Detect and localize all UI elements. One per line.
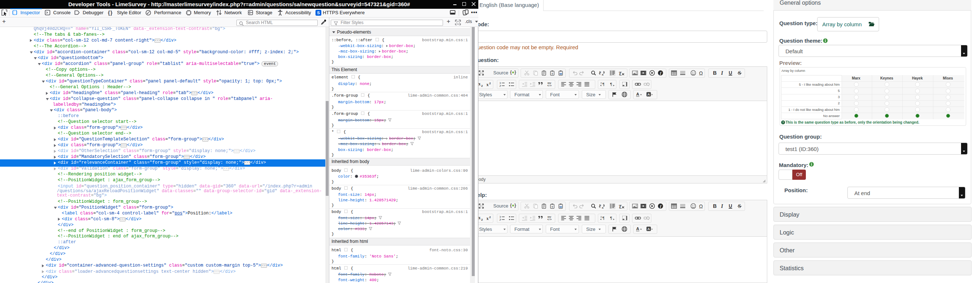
svg-text:S: S — [317, 11, 320, 15]
svg-text:x: x — [478, 216, 480, 220]
svg-text:W: W — [560, 72, 563, 75]
svg-text:?: ? — [782, 121, 784, 124]
svg-text:T: T — [619, 70, 622, 76]
svg-text:DIV: DIV — [547, 216, 551, 218]
svg-text:¶: ¶ — [610, 82, 612, 86]
svg-text:x: x — [486, 82, 488, 87]
svg-text:U: U — [729, 203, 732, 209]
svg-text:T: T — [552, 72, 554, 75]
svg-text:2: 2 — [481, 84, 483, 87]
svg-text:T: T — [619, 203, 622, 209]
svg-text:x: x — [478, 82, 480, 86]
svg-text:x: x — [486, 216, 488, 221]
svg-text:¶: ¶ — [602, 216, 605, 220]
svg-text:a: a — [602, 73, 604, 76]
svg-text:W: W — [560, 205, 563, 209]
svg-text:B: B — [713, 203, 716, 209]
svg-text:Ω: Ω — [699, 203, 703, 209]
svg-text:2: 2 — [481, 218, 483, 221]
svg-text:A: A — [648, 227, 650, 231]
svg-text:A: A — [648, 92, 650, 96]
svg-text:A: A — [636, 227, 639, 231]
svg-text:</>: </> — [547, 219, 552, 221]
svg-text:</>: </> — [547, 85, 552, 87]
svg-text:2: 2 — [489, 216, 491, 219]
svg-text:A: A — [636, 92, 639, 96]
svg-text:¶: ¶ — [602, 82, 605, 86]
svg-text:U: U — [729, 70, 732, 76]
svg-text:T: T — [552, 205, 554, 209]
svg-text:Ω: Ω — [699, 70, 703, 75]
svg-text:2: 2 — [489, 82, 491, 85]
svg-text:DIV: DIV — [547, 82, 551, 84]
svg-text:¶: ¶ — [610, 216, 612, 220]
svg-text:B: B — [713, 70, 716, 76]
svg-text:a: a — [602, 206, 604, 209]
svg-text:I: I — [721, 203, 723, 209]
svg-text:I: I — [721, 70, 723, 76]
